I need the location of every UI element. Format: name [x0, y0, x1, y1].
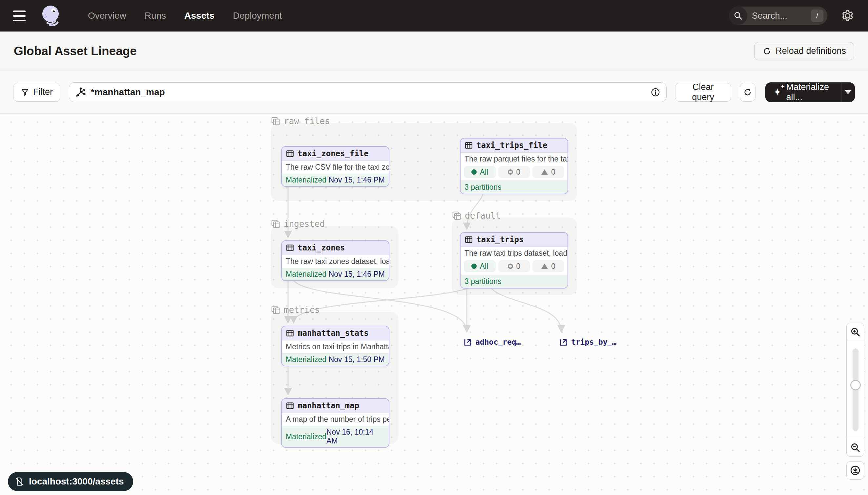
partitions-count: 3 partitions	[461, 275, 568, 288]
op-selector-icon	[75, 87, 86, 98]
table-icon	[464, 141, 473, 150]
asset-name: manhattan_stats	[298, 328, 369, 338]
status-badge: Materialized	[286, 176, 326, 185]
download-icon	[850, 465, 861, 476]
lineage-toolbar: Filter Clear query ✦✦ Materialize all...	[0, 71, 868, 114]
zoom-out-button[interactable]	[846, 438, 864, 457]
search-shortcut-key: /	[811, 10, 823, 22]
partition-badge-missing[interactable]: 0	[498, 260, 530, 272]
asset-selection-input-wrap	[69, 82, 667, 102]
refresh-graph-button[interactable]	[740, 83, 756, 102]
external-link-icon	[559, 338, 568, 347]
tab-runs[interactable]: Runs	[145, 11, 166, 21]
partition-badge-missing[interactable]: 0	[498, 166, 530, 178]
tab-overview[interactable]: Overview	[88, 11, 126, 21]
partition-badge-all[interactable]: All	[464, 166, 496, 178]
lineage-canvas[interactable]: raw_files ingested default metrics	[0, 114, 868, 495]
asset-description: The raw CSV file for the taxi zones dat.…	[282, 161, 389, 174]
partitions-count: 3 partitions	[461, 181, 568, 194]
asset-description: The raw taxi trips dataset, loaded into …	[461, 247, 568, 260]
asset-node-taxi-zones-file[interactable]: taxi_zones_file The raw CSV file for the…	[281, 146, 389, 187]
sparkles-icon: ✦✦	[773, 87, 781, 97]
asset-name: manhattan_map	[298, 401, 359, 410]
status-badge: Materialized	[286, 432, 326, 441]
clear-query-button[interactable]: Clear query	[675, 83, 731, 102]
asset-name: taxi_zones	[298, 243, 345, 252]
top-navbar: Overview Runs Assets Deployment /	[0, 0, 868, 32]
asset-node-manhattan-map[interactable]: manhattan_map A map of the number of tri…	[281, 398, 389, 448]
status-badge: Materialized	[286, 270, 326, 279]
global-search[interactable]: /	[729, 6, 827, 25]
info-icon[interactable]	[651, 87, 660, 97]
refresh-icon	[743, 88, 752, 97]
partition-badges: All 0 0	[461, 166, 568, 181]
asset-description: The raw taxi zones dataset, loaded int..…	[282, 255, 389, 268]
asset-description: A map of the number of trips per taxi z.…	[282, 413, 389, 426]
asset-name: taxi_zones_file	[298, 149, 369, 158]
zoom-slider[interactable]	[846, 341, 864, 438]
page-title: Global Asset Lineage	[14, 44, 137, 58]
filter-button[interactable]: Filter	[13, 83, 60, 102]
triangle-icon	[541, 263, 548, 269]
settings-gear-icon[interactable]	[840, 8, 855, 23]
url-text: localhost:3000/assets	[29, 476, 124, 487]
asset-name: taxi_trips_file	[476, 141, 548, 150]
asset-node-manhattan-stats[interactable]: manhattan_stats Metrics on taxi trips in…	[281, 326, 389, 366]
dagster-logo[interactable]	[39, 4, 63, 28]
external-node-trips-by[interactable]: trips_by_…	[559, 338, 616, 347]
table-icon	[286, 149, 294, 158]
zoom-slider-handle[interactable]	[850, 380, 861, 390]
table-icon	[464, 235, 473, 244]
hamburger-menu-icon[interactable]	[13, 6, 32, 25]
partition-badge-failed[interactable]: 0	[532, 260, 564, 272]
asset-name: taxi_trips	[476, 235, 524, 244]
materialization-time[interactable]: Nov 15, 1:46 PM	[329, 176, 385, 185]
status-badge: Materialized	[286, 355, 326, 364]
nav-tabs: Overview Runs Assets Deployment	[88, 11, 282, 21]
materialize-dropdown-caret[interactable]	[841, 82, 855, 102]
ring-icon	[508, 169, 513, 175]
zoom-controls	[846, 323, 864, 480]
materialization-time[interactable]: Nov 16, 10:14 AM	[326, 428, 385, 445]
green-dot-icon	[472, 169, 477, 175]
table-icon	[286, 243, 294, 252]
filter-funnel-icon	[21, 88, 29, 97]
tab-assets[interactable]: Assets	[184, 11, 215, 21]
materialize-all-split-button: ✦✦ Materialize all...	[765, 82, 855, 102]
browser-url-overlay: localhost:3000/assets	[8, 472, 133, 491]
asset-node-taxi-trips[interactable]: taxi_trips The raw taxi trips dataset, l…	[460, 232, 568, 289]
tab-deployment[interactable]: Deployment	[233, 11, 282, 21]
materialization-time[interactable]: Nov 15, 1:50 PM	[329, 355, 385, 364]
asset-description: The raw parquet files for the taxi trips…	[461, 153, 568, 166]
triangle-icon	[541, 169, 548, 175]
partition-badges: All 0 0	[461, 260, 568, 275]
table-icon	[286, 329, 294, 338]
asset-node-taxi-zones[interactable]: taxi_zones The raw taxi zones dataset, l…	[281, 240, 389, 281]
materialize-all-button[interactable]: ✦✦ Materialize all...	[765, 82, 841, 102]
zoom-out-icon	[850, 442, 861, 453]
materialization-time[interactable]: Nov 15, 1:46 PM	[329, 270, 385, 279]
ring-icon	[508, 263, 513, 269]
partition-badge-failed[interactable]: 0	[532, 166, 564, 178]
search-input[interactable]	[752, 11, 804, 21]
external-link-icon	[463, 338, 472, 347]
asset-selection-input[interactable]	[91, 87, 646, 98]
reload-definitions-button[interactable]: Reload definitions	[754, 42, 854, 61]
asset-node-taxi-trips-file[interactable]: taxi_trips_file The raw parquet files fo…	[460, 138, 568, 194]
no-favicon-icon	[14, 477, 24, 487]
partition-badge-all[interactable]: All	[464, 260, 496, 272]
search-icon	[729, 6, 747, 25]
download-view-button[interactable]	[846, 461, 864, 480]
zoom-in-button[interactable]	[846, 323, 864, 341]
asset-description: Metrics on taxi trips in Manhattan	[282, 340, 389, 353]
page-header: Global Asset Lineage Reload definitions	[0, 32, 868, 71]
zoom-in-icon	[850, 327, 861, 337]
external-node-adhoc-request[interactable]: adhoc_req…	[463, 338, 520, 347]
table-icon	[286, 402, 294, 410]
green-dot-icon	[472, 263, 477, 269]
reload-icon	[762, 47, 772, 56]
